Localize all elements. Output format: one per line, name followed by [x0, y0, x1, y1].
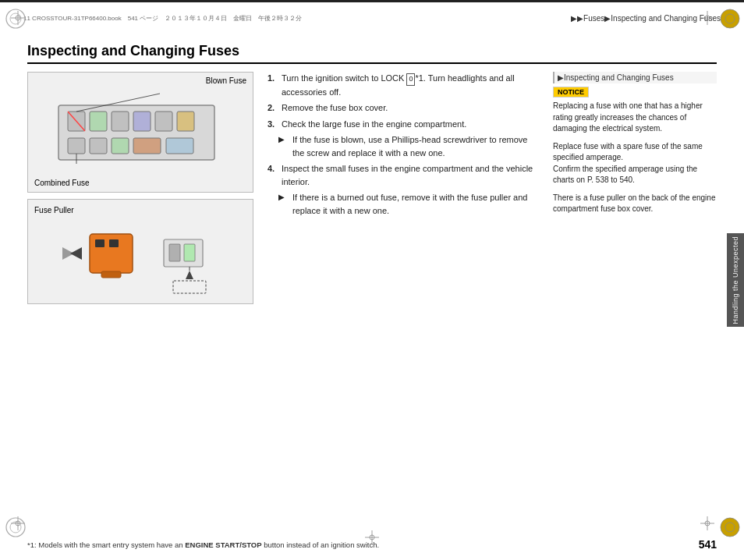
blown-fuse-label: Blown Fuse [206, 76, 246, 85]
svg-rect-27 [133, 112, 151, 131]
svg-marker-47 [186, 271, 193, 279]
circle-bottom-left [5, 516, 27, 538]
fuse-box-illustration: Blown Fuse Combined Fuse [28, 73, 253, 192]
step-2: 2. Remove the fuse box cover. [267, 101, 539, 115]
svg-rect-45 [169, 244, 180, 261]
fuse-puller-svg [47, 207, 234, 296]
svg-rect-32 [90, 138, 107, 154]
step-4-sub: ▶ If there is a burned out fuse, remove … [278, 191, 539, 217]
left-column: Blown Fuse Combined Fuse [27, 72, 253, 310]
header: 11 CROSSTOUR-31TP66400.book 541 ページ ２０１３… [23, 6, 721, 30]
crosshair-top-right [700, 11, 714, 25]
step-4-text: Inspect the small fuses in the engine co… [282, 162, 539, 188]
steps-list-2: 4. Inspect the small fuses in the engine… [267, 162, 539, 188]
page-title: Inspecting and Changing Fuses [27, 43, 717, 64]
instructions-list: 1. Turn the ignition switch to LOCK 0*1.… [267, 72, 539, 217]
combined-fuse-label: Combined Fuse [34, 179, 90, 187]
svg-rect-33 [112, 138, 129, 154]
step-1-text: Turn the ignition switch to LOCK 0*1. Tu… [282, 72, 539, 98]
fuse-box-svg [43, 82, 238, 183]
svg-point-17 [10, 522, 21, 533]
svg-rect-31 [68, 138, 85, 154]
step-4-num: 4. [267, 162, 278, 188]
step-1-num: 1. [267, 72, 278, 98]
fuse-box-image: Blown Fuse Combined Fuse [27, 72, 253, 193]
svg-rect-49 [173, 281, 206, 293]
content-columns: Blown Fuse Combined Fuse [27, 72, 717, 310]
steps-list: 1. Turn the ignition switch to LOCK 0*1.… [267, 72, 539, 130]
step-2-text: Remove the fuse box cover. [282, 101, 539, 115]
notice-text-3: There is a fuse puller on the back of th… [553, 193, 717, 215]
top-border [0, 0, 744, 2]
svg-rect-29 [177, 112, 194, 131]
instructions-column: 1. Turn the ignition switch to LOCK 0*1.… [267, 72, 539, 310]
svg-point-16 [6, 518, 25, 537]
sidebar-tab: Handling the Unexpected [727, 233, 744, 327]
step-3-text: Check the large fuse in the engine compa… [282, 118, 539, 131]
sidebar-tab-label: Handling the Unexpected [732, 236, 739, 324]
crosshair-bottom-right [700, 516, 714, 530]
circle-bottom-right [719, 516, 741, 538]
step-3-sub: ▶ If the fuse is blown, use a Phillips-h… [278, 133, 539, 159]
svg-rect-26 [112, 112, 129, 131]
fuse-puller-illustration: Fuse Puller [28, 200, 253, 303]
svg-point-13 [10, 13, 21, 24]
footer-note-suffix: button instead of an ignition switch. [262, 541, 380, 549]
step-1: 1. Turn the ignition switch to LOCK 0*1.… [267, 72, 539, 98]
svg-rect-28 [155, 112, 172, 131]
step-2-num: 2. [267, 101, 278, 115]
print-info: 11 CROSSTOUR-31TP66400.book 541 ページ ２０１３… [23, 14, 571, 23]
fuse-puller-label: Fuse Puller [34, 206, 74, 214]
svg-marker-43 [62, 247, 74, 260]
fuse-puller-image: Fuse Puller [27, 199, 253, 304]
step-4-arrow: ▶ [278, 191, 289, 217]
svg-point-14 [721, 9, 739, 28]
main-content: Inspecting and Changing Fuses [27, 43, 717, 517]
notice-text-1: Replacing a fuse with one that has a hig… [553, 101, 717, 135]
svg-rect-34 [133, 138, 161, 154]
svg-rect-41 [101, 271, 121, 278]
breadcrumb: ▶▶Fuses▶Inspecting and Changing Fuses [571, 14, 721, 23]
svg-rect-46 [184, 244, 195, 261]
step-3-num: 3. [267, 118, 278, 131]
svg-rect-40 [109, 239, 119, 247]
footer-note: *1: Models with the smart entry system h… [27, 540, 717, 551]
footer-note-bold: ENGINE START/STOP [185, 541, 261, 549]
page-number: 541 [699, 538, 717, 551]
step-4: 4. Inspect the small fuses in the engine… [267, 162, 539, 188]
svg-rect-35 [166, 138, 193, 154]
notice-text-2: Replace fuse with a spare fuse of the sa… [553, 141, 717, 186]
notice-badge: NOTICE [553, 87, 589, 97]
svg-point-12 [6, 9, 25, 28]
notice-column: ▶Inspecting and Changing Fuses NOTICE Re… [553, 72, 717, 310]
svg-rect-25 [90, 112, 107, 131]
step-4-sub-text: If there is a burned out fuse, remove it… [292, 191, 539, 217]
step-3: 3. Check the large fuse in the engine co… [267, 118, 539, 131]
circle-top-left [5, 8, 27, 30]
notice-section-title: ▶Inspecting and Changing Fuses [553, 72, 717, 83]
svg-rect-39 [95, 239, 105, 247]
step-3-sub-text: If the fuse is blown, use a Phillips-hea… [292, 133, 539, 159]
footer: *1: Models with the smart entry system h… [27, 540, 717, 551]
step-3-arrow: ▶ [278, 133, 289, 159]
footer-note-prefix: *1: Models with the smart entry system h… [27, 541, 185, 549]
circle-top-right [719, 8, 741, 30]
svg-point-18 [721, 518, 739, 537]
